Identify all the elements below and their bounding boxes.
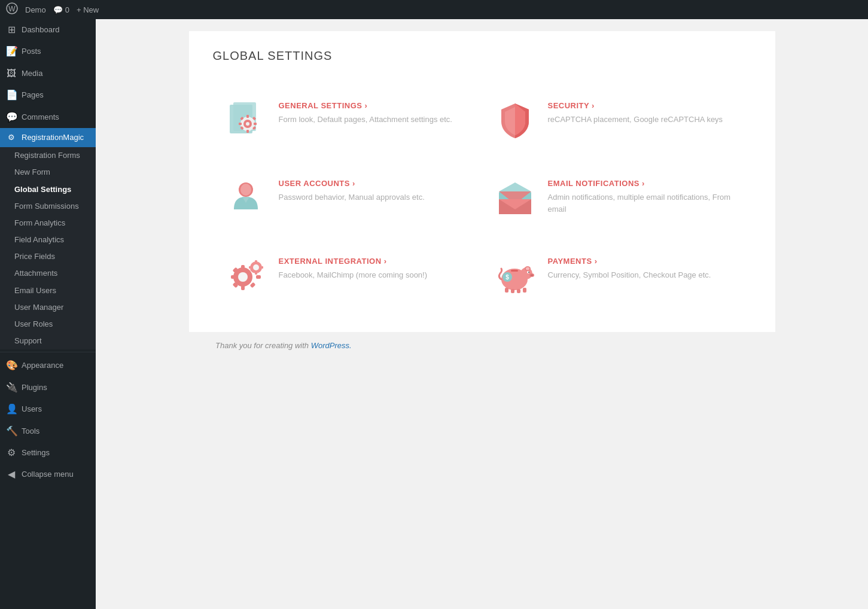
main-content: GLOBAL SETTINGS xyxy=(96,19,868,609)
sidebar-item-pages[interactable]: 📄 Pages xyxy=(0,84,96,106)
media-icon: 🖼 xyxy=(6,67,17,80)
sidebar-item-registrationmagic[interactable]: ⚙ RegistrationMagic xyxy=(0,128,96,147)
security-icon xyxy=(494,99,536,141)
card-external-integration-title: EXTERNAL INTEGRATION › xyxy=(279,257,470,266)
posts-icon: 📝 xyxy=(6,45,17,58)
card-security-desc: reCAPTCHA placement, Google reCAPTCHA ke… xyxy=(548,114,739,126)
user-manager-label: User Manager xyxy=(14,302,63,313)
new-item[interactable]: + New xyxy=(77,5,99,14)
footer-text: Thank you for creating with xyxy=(215,341,311,350)
card-external-integration-desc: Facebook, MailChimp (more coming soon!) xyxy=(279,269,470,281)
card-user-accounts[interactable]: USER ACCOUNTS › Password behavior, Manua… xyxy=(213,159,482,236)
sidebar-item-posts[interactable]: 📝 Posts xyxy=(0,41,96,62)
comments-icon: 💬 xyxy=(6,111,17,124)
form-analytics-label: Form Analytics xyxy=(14,218,65,229)
new-form-label: New Form xyxy=(14,167,50,178)
sidebar-item-label: Comments xyxy=(22,112,59,123)
sidebar-item-label: Users xyxy=(22,404,42,415)
sidebar-item-appearance[interactable]: 🎨 Appearance xyxy=(0,355,96,376)
svg-rect-46 xyxy=(511,289,514,293)
registrationmagic-icon: ⚙ xyxy=(6,132,17,143)
sidebar-item-user-roles[interactable]: User Roles xyxy=(0,316,96,333)
page-container: GLOBAL SETTINGS xyxy=(189,31,775,332)
sidebar-submenu-registrationmagic: Registration Forms New Form Global Setti… xyxy=(0,147,96,349)
svg-rect-23 xyxy=(231,275,236,279)
svg-rect-34 xyxy=(260,266,263,269)
global-settings-label: Global Settings xyxy=(14,184,71,195)
sidebar-item-label: Settings xyxy=(22,447,50,458)
sidebar-item-media[interactable]: 🖼 Media xyxy=(0,63,96,84)
svg-rect-31 xyxy=(255,260,257,263)
sidebar-item-support[interactable]: Support xyxy=(0,333,96,349)
external-integration-icon xyxy=(225,254,267,296)
svg-rect-28 xyxy=(249,282,255,288)
sidebar-item-registration-forms[interactable]: Registration Forms xyxy=(0,147,96,164)
sidebar: ⊞ Dashboard 📝 Posts 🖼 Media 📄 Pages 💬 Co… xyxy=(0,19,96,609)
card-email-notifications[interactable]: EMAIL NOTIFICATIONS › Admin notification… xyxy=(482,159,751,236)
card-payments[interactable]: $ PAYMENTS › Currency, Symbol Position, … xyxy=(482,236,751,314)
sidebar-item-form-analytics[interactable]: Form Analytics xyxy=(0,215,96,232)
collapse-icon: ◀ xyxy=(6,468,17,481)
user-accounts-icon xyxy=(225,176,267,218)
sidebar-item-attachments[interactable]: Attachments xyxy=(0,265,96,282)
sidebar-item-comments[interactable]: 💬 Comments xyxy=(0,106,96,128)
sidebar-item-label: Dashboard xyxy=(22,25,60,35)
pages-icon: 📄 xyxy=(6,89,17,102)
svg-rect-9 xyxy=(239,123,242,125)
sidebar-item-dashboard[interactable]: ⊞ Dashboard xyxy=(0,19,96,41)
sidebar-item-tools[interactable]: 🔨 Tools xyxy=(0,421,96,442)
card-payments-content: PAYMENTS › Currency, Symbol Position, Ch… xyxy=(548,254,739,281)
sidebar-item-price-fields[interactable]: Price Fields xyxy=(0,248,96,265)
sidebar-item-collapse[interactable]: ◀ Collapse menu xyxy=(0,464,96,485)
wp-logo[interactable]: W xyxy=(6,2,18,17)
svg-rect-48 xyxy=(523,288,526,293)
svg-rect-7 xyxy=(246,115,249,118)
plugins-icon: 🔌 xyxy=(6,381,17,394)
svg-point-6 xyxy=(246,122,249,126)
footer-link[interactable]: WordPress. xyxy=(311,341,352,350)
email-notifications-icon xyxy=(494,176,536,218)
svg-point-30 xyxy=(253,264,259,270)
svg-point-16 xyxy=(240,184,251,196)
card-general-settings-title: GENERAL SETTINGS › xyxy=(279,101,470,110)
svg-rect-8 xyxy=(246,130,249,133)
svg-text:W: W xyxy=(8,5,16,13)
card-general-settings[interactable]: GENERAL SETTINGS › Form look, Default pa… xyxy=(213,81,482,159)
field-analytics-label: Field Analytics xyxy=(14,235,64,245)
sidebar-item-field-analytics[interactable]: Field Analytics xyxy=(0,232,96,248)
sidebar-item-global-settings[interactable]: Global Settings xyxy=(0,181,96,198)
user-roles-label: User Roles xyxy=(14,319,53,330)
card-general-settings-content: GENERAL SETTINGS › Form look, Default pa… xyxy=(279,99,470,126)
email-users-label: Email Users xyxy=(14,285,56,296)
sidebar-item-new-form[interactable]: New Form xyxy=(0,164,96,181)
comments-count[interactable]: 💬 0 xyxy=(53,5,69,14)
card-user-accounts-desc: Password behavior, Manual approvals etc. xyxy=(279,191,470,203)
card-email-notifications-desc: Admin notifications, multiple email noti… xyxy=(548,191,739,215)
svg-rect-22 xyxy=(241,285,245,290)
sidebar-item-label: Collapse menu xyxy=(22,469,74,480)
sidebar-item-label: Posts xyxy=(22,46,41,57)
card-external-integration[interactable]: EXTERNAL INTEGRATION › Facebook, MailChi… xyxy=(213,236,482,314)
attachments-label: Attachments xyxy=(14,268,57,279)
sidebar-item-user-manager[interactable]: User Manager xyxy=(0,299,96,316)
sidebar-item-email-users[interactable]: Email Users xyxy=(0,282,96,299)
card-email-notifications-content: EMAIL NOTIFICATIONS › Admin notification… xyxy=(548,176,739,215)
users-icon: 👤 xyxy=(6,403,17,416)
svg-rect-32 xyxy=(255,272,257,275)
support-label: Support xyxy=(14,336,42,346)
svg-text:$: $ xyxy=(505,274,509,281)
card-security[interactable]: SECURITY › reCAPTCHA placement, Google r… xyxy=(482,81,751,159)
sidebar-item-settings[interactable]: ⚙ Settings xyxy=(0,442,96,464)
svg-rect-33 xyxy=(249,266,252,269)
card-user-accounts-title: USER ACCOUNTS › xyxy=(279,179,470,188)
card-payments-desc: Currency, Symbol Position, Checkout Page… xyxy=(548,269,739,281)
tools-icon: 🔨 xyxy=(6,425,17,438)
registration-forms-label: Registration Forms xyxy=(14,150,80,161)
svg-rect-44 xyxy=(511,270,518,272)
sidebar-item-users[interactable]: 👤 Users xyxy=(0,398,96,420)
site-name[interactable]: Demo xyxy=(25,5,46,14)
general-settings-icon xyxy=(225,99,267,141)
sidebar-item-form-submissions[interactable]: Form Submissions xyxy=(0,198,96,215)
page-title: GLOBAL SETTINGS xyxy=(213,49,751,63)
sidebar-item-plugins[interactable]: 🔌 Plugins xyxy=(0,377,96,398)
